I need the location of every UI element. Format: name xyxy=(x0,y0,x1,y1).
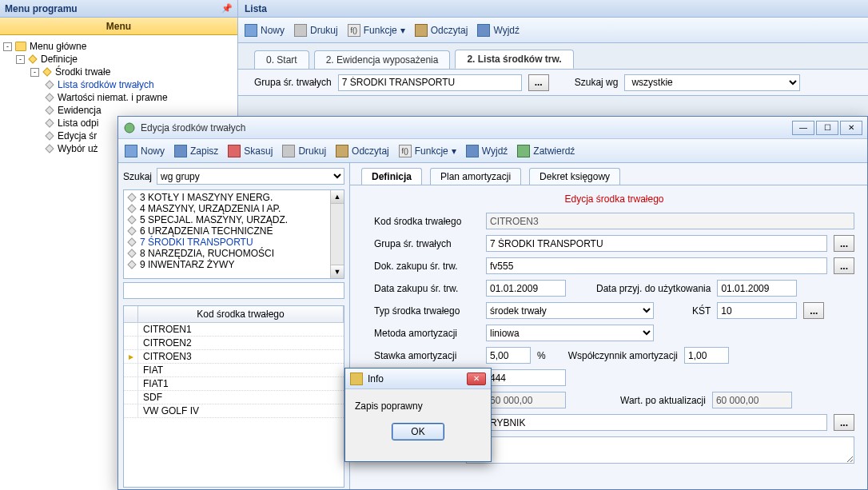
metoda-select[interactable]: liniowa xyxy=(486,325,654,341)
nowy-button[interactable]: Nowy xyxy=(245,24,285,37)
save-icon xyxy=(174,145,187,157)
tree-srodki[interactable]: - Środki trwałe xyxy=(30,66,234,78)
diamond-icon xyxy=(28,54,37,63)
table-row[interactable]: FIAT xyxy=(124,364,344,377)
rybnik-browse-button[interactable]: ... xyxy=(834,414,854,431)
skasuj-button[interactable]: Skasuj xyxy=(228,145,273,157)
group-item[interactable]: 6 URZĄDZENIA TECHNICZNE xyxy=(127,225,340,237)
table-row[interactable]: VW GOLF IV xyxy=(124,404,344,418)
szukaj-select[interactable]: wg grupy xyxy=(157,168,344,185)
tab-dekret[interactable]: Dekret księgowy xyxy=(529,168,620,185)
group-filter-input[interactable] xyxy=(123,282,344,299)
funkcje-button[interactable]: f()Funkcje ▾ xyxy=(399,145,456,157)
funkcje-button[interactable]: f()Funkcje ▾ xyxy=(348,24,405,37)
opis-textarea[interactable] xyxy=(466,436,854,464)
diamond-icon xyxy=(42,67,51,76)
minimize-button[interactable]: — xyxy=(792,121,814,135)
tab-ewidencja[interactable]: 2. Ewidencja wyposażenia xyxy=(314,50,451,69)
odczytaj-button[interactable]: Odczytaj xyxy=(336,145,389,157)
group-list[interactable]: 3 KOTŁY I MASZYNY ENERG. 4 MASZYNY, URZĄ… xyxy=(123,189,344,279)
rybnik-input[interactable] xyxy=(486,414,827,431)
table-row[interactable]: CITROEN2 xyxy=(124,337,344,350)
grupa-browse-button[interactable]: ... xyxy=(528,74,549,91)
pin-icon[interactable]: 📌 xyxy=(221,3,233,14)
diamond-icon xyxy=(127,226,136,235)
grupa-browse-button[interactable]: ... xyxy=(834,235,854,252)
tree-item-lista[interactable]: Lista środków trwałych xyxy=(45,78,234,91)
kst-input[interactable] xyxy=(717,302,797,319)
close-button[interactable]: ✕ xyxy=(840,121,862,135)
group-item[interactable]: 8 NARZĘDZIA, RUCHOMOŚCI xyxy=(127,248,340,259)
tree-item-ewidencja[interactable]: Ewidencja xyxy=(45,104,234,117)
drukuj-button[interactable]: Drukuj xyxy=(282,145,326,157)
tree-collapse-icon[interactable]: - xyxy=(30,68,39,77)
group-item[interactable]: 5 SPECJAL. MASZYNY, URZĄDZ. xyxy=(127,214,340,225)
tab-definicja[interactable]: Definicja xyxy=(361,168,422,185)
szukaj-select[interactable]: wszystkie xyxy=(624,74,800,91)
row-pointer-icon: ▸ xyxy=(124,350,138,363)
wart1-input[interactable] xyxy=(486,392,566,408)
metoda-label: Metoda amortyzacji xyxy=(374,328,480,339)
tab-lista[interactable]: 2. Lista środków trw. xyxy=(455,50,573,69)
lista-toolbar: Nowy Drukuj f()Funkcje ▾ Odczytaj Wyjdź xyxy=(238,18,868,43)
tree-definicje[interactable]: - Definicje xyxy=(16,53,234,66)
field-444-input[interactable] xyxy=(486,369,566,386)
print-icon xyxy=(282,145,295,157)
kod-input[interactable] xyxy=(486,213,854,229)
exit-icon xyxy=(466,145,479,157)
exit-icon xyxy=(477,24,490,37)
tree-root[interactable]: - Menu główne xyxy=(3,40,234,53)
dataz-input[interactable] xyxy=(486,280,566,297)
info-title: Info xyxy=(368,373,467,384)
diamond-icon xyxy=(45,106,54,114)
nowy-button[interactable]: Nowy xyxy=(125,145,165,157)
wyjdz-button[interactable]: Wyjdź xyxy=(466,145,508,157)
scroll-up-icon[interactable]: ▲ xyxy=(331,190,344,204)
szukaj-label: Szukaj wg xyxy=(575,77,619,88)
diamond-icon xyxy=(127,204,136,213)
wyjdz-button[interactable]: Wyjdź xyxy=(477,24,520,37)
tab-start[interactable]: 0. Start xyxy=(254,50,309,69)
group-item[interactable]: 3 KOTŁY I MASZYNY ENERG. xyxy=(127,192,340,203)
wartakt-input[interactable] xyxy=(712,392,792,408)
tree-item-wartosci[interactable]: Wartości niemat. i prawne xyxy=(45,91,234,104)
scroll-down-icon[interactable]: ▼ xyxy=(331,265,344,278)
group-item[interactable]: 4 MASZYNY, URZĄDZENIA I AP. xyxy=(127,203,340,214)
edycja-titlebar[interactable]: Edycja środków trwałych — ☐ ✕ xyxy=(118,117,867,139)
stawka-input[interactable] xyxy=(486,347,531,364)
grupa-input[interactable] xyxy=(338,74,522,91)
tree-collapse-icon[interactable]: - xyxy=(16,55,25,64)
diamond-icon xyxy=(127,193,136,201)
grid-indicator-col[interactable] xyxy=(124,306,138,322)
kst-browse-button[interactable]: ... xyxy=(803,302,824,319)
maximize-button[interactable]: ☐ xyxy=(816,121,838,135)
scrollbar[interactable]: ▲ ▼ xyxy=(330,190,344,278)
edycja-window: Edycja środków trwałych — ☐ ✕ Nowy Zapis… xyxy=(117,116,868,490)
stawka-label: Stawka amortyzacji xyxy=(374,350,480,361)
table-row-current[interactable]: ▸CITROEN3 xyxy=(124,350,344,364)
zatwierdz-button[interactable]: Zatwierdź xyxy=(517,145,575,157)
info-titlebar[interactable]: Info ✕ xyxy=(345,368,491,389)
datap-input[interactable] xyxy=(717,280,797,297)
typ-select[interactable]: środek trwały xyxy=(486,302,654,319)
diamond-icon xyxy=(45,80,54,89)
grupa-input[interactable] xyxy=(486,235,827,252)
dok-input[interactable] xyxy=(486,257,827,274)
wsp-input[interactable] xyxy=(684,347,729,364)
tab-plan[interactable]: Plan amortyzacji xyxy=(430,168,521,185)
dok-browse-button[interactable]: ... xyxy=(834,257,854,274)
zapisz-button[interactable]: Zapisz xyxy=(174,145,218,157)
tree-collapse-icon[interactable]: - xyxy=(3,42,12,51)
drukuj-button[interactable]: Drukuj xyxy=(294,24,338,37)
grid-header-kod[interactable]: Kod środka trwałego xyxy=(138,306,344,322)
odczytaj-button[interactable]: Odczytaj xyxy=(415,24,468,37)
ok-button[interactable]: OK xyxy=(392,423,444,440)
book-icon xyxy=(336,145,348,157)
close-button[interactable]: ✕ xyxy=(467,372,486,385)
table-row[interactable]: FIAT1 xyxy=(124,377,344,391)
group-item-selected[interactable]: 7 ŚRODKI TRANSPORTU xyxy=(127,237,340,248)
group-item[interactable]: 9 INWENTARZ ŻYWY xyxy=(127,259,340,270)
table-row[interactable]: CITROEN1 xyxy=(124,323,344,337)
new-icon xyxy=(125,145,137,157)
table-row[interactable]: SDF xyxy=(124,391,344,404)
